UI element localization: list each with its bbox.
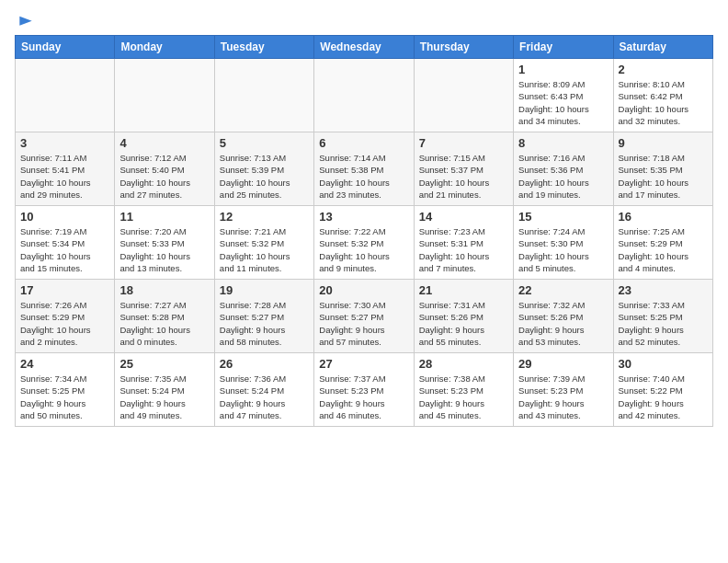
day-number: 27 [319, 357, 408, 371]
day-of-week-header: Thursday [414, 36, 513, 59]
day-sun-info: Sunrise: 8:09 AM Sunset: 6:43 PM Dayligh… [518, 78, 608, 127]
calendar-day-cell [314, 59, 414, 132]
day-sun-info: Sunrise: 7:25 AM Sunset: 5:29 PM Dayligh… [619, 225, 708, 274]
calendar-day-cell [214, 59, 313, 132]
calendar-day-cell: 16Sunrise: 7:25 AM Sunset: 5:29 PM Dayli… [613, 206, 712, 280]
day-sun-info: Sunrise: 7:26 AM Sunset: 5:29 PM Dayligh… [20, 299, 109, 348]
calendar-day-cell: 2Sunrise: 8:10 AM Sunset: 6:42 PM Daylig… [613, 59, 712, 132]
calendar-day-cell: 29Sunrise: 7:39 AM Sunset: 5:23 PM Dayli… [514, 353, 613, 427]
day-sun-info: Sunrise: 7:12 AM Sunset: 5:40 PM Dayligh… [119, 152, 209, 201]
calendar-day-cell: 4Sunrise: 7:12 AM Sunset: 5:40 PM Daylig… [115, 132, 214, 206]
day-sun-info: Sunrise: 8:10 AM Sunset: 6:42 PM Dayligh… [619, 78, 708, 127]
day-sun-info: Sunrise: 7:30 AM Sunset: 5:27 PM Dayligh… [319, 299, 408, 348]
calendar-day-cell: 12Sunrise: 7:21 AM Sunset: 5:32 PM Dayli… [214, 206, 313, 280]
day-sun-info: Sunrise: 7:14 AM Sunset: 5:38 PM Dayligh… [319, 152, 408, 201]
calendar-day-cell: 18Sunrise: 7:27 AM Sunset: 5:28 PM Dayli… [115, 280, 214, 353]
calendar-week-row: 17Sunrise: 7:26 AM Sunset: 5:29 PM Dayli… [16, 280, 713, 353]
calendar-day-cell: 22Sunrise: 7:32 AM Sunset: 5:26 PM Dayli… [514, 280, 613, 353]
calendar-day-cell: 15Sunrise: 7:24 AM Sunset: 5:30 PM Dayli… [514, 206, 613, 280]
calendar-day-cell: 9Sunrise: 7:18 AM Sunset: 5:35 PM Daylig… [613, 132, 712, 206]
day-sun-info: Sunrise: 7:33 AM Sunset: 5:25 PM Dayligh… [619, 299, 708, 348]
day-sun-info: Sunrise: 7:34 AM Sunset: 5:25 PM Dayligh… [20, 373, 109, 421]
day-sun-info: Sunrise: 7:31 AM Sunset: 5:26 PM Dayligh… [419, 299, 508, 348]
calendar-day-cell: 5Sunrise: 7:13 AM Sunset: 5:39 PM Daylig… [214, 132, 313, 206]
day-sun-info: Sunrise: 7:22 AM Sunset: 5:32 PM Dayligh… [319, 225, 408, 274]
calendar-day-cell: 11Sunrise: 7:20 AM Sunset: 5:33 PM Dayli… [115, 206, 214, 280]
day-number: 12 [220, 210, 309, 224]
calendar-day-cell [16, 59, 115, 132]
day-number: 24 [20, 357, 109, 371]
day-number: 7 [419, 136, 508, 150]
page-header [15, 15, 713, 28]
day-number: 3 [20, 136, 109, 150]
day-number: 1 [518, 63, 608, 76]
day-number: 21 [419, 283, 508, 297]
calendar-day-cell: 26Sunrise: 7:36 AM Sunset: 5:24 PM Dayli… [214, 353, 313, 427]
day-number: 15 [518, 210, 608, 224]
day-number: 26 [220, 357, 309, 371]
calendar-day-cell: 17Sunrise: 7:26 AM Sunset: 5:29 PM Dayli… [16, 280, 115, 353]
day-number: 30 [619, 357, 708, 371]
day-sun-info: Sunrise: 7:27 AM Sunset: 5:28 PM Dayligh… [119, 299, 209, 348]
day-sun-info: Sunrise: 7:16 AM Sunset: 5:36 PM Dayligh… [518, 152, 608, 201]
logo-flag-icon [17, 15, 35, 33]
calendar-header-row: SundayMondayTuesdayWednesdayThursdayFrid… [16, 36, 713, 59]
day-number: 6 [319, 136, 408, 150]
calendar-day-cell [414, 59, 513, 132]
day-of-week-header: Saturday [613, 36, 712, 59]
calendar-week-row: 10Sunrise: 7:19 AM Sunset: 5:34 PM Dayli… [16, 206, 713, 280]
calendar-day-cell: 13Sunrise: 7:22 AM Sunset: 5:32 PM Dayli… [314, 206, 414, 280]
calendar-day-cell: 8Sunrise: 7:16 AM Sunset: 5:36 PM Daylig… [514, 132, 613, 206]
day-of-week-header: Monday [115, 36, 214, 59]
day-number: 14 [419, 210, 508, 224]
calendar-week-row: 24Sunrise: 7:34 AM Sunset: 5:25 PM Dayli… [16, 353, 713, 427]
calendar-day-cell: 14Sunrise: 7:23 AM Sunset: 5:31 PM Dayli… [414, 206, 513, 280]
day-number: 19 [220, 283, 309, 297]
day-sun-info: Sunrise: 7:36 AM Sunset: 5:24 PM Dayligh… [220, 373, 309, 421]
day-sun-info: Sunrise: 7:21 AM Sunset: 5:32 PM Dayligh… [220, 225, 309, 274]
day-of-week-header: Friday [514, 36, 613, 59]
day-sun-info: Sunrise: 7:19 AM Sunset: 5:34 PM Dayligh… [20, 225, 109, 274]
day-number: 18 [119, 283, 209, 297]
calendar-day-cell: 25Sunrise: 7:35 AM Sunset: 5:24 PM Dayli… [115, 353, 214, 427]
day-sun-info: Sunrise: 7:35 AM Sunset: 5:24 PM Dayligh… [119, 373, 209, 421]
calendar-day-cell: 19Sunrise: 7:28 AM Sunset: 5:27 PM Dayli… [214, 280, 313, 353]
calendar-day-cell: 1Sunrise: 8:09 AM Sunset: 6:43 PM Daylig… [514, 59, 613, 132]
calendar-day-cell: 24Sunrise: 7:34 AM Sunset: 5:25 PM Dayli… [16, 353, 115, 427]
day-sun-info: Sunrise: 7:40 AM Sunset: 5:22 PM Dayligh… [619, 373, 708, 421]
day-sun-info: Sunrise: 7:18 AM Sunset: 5:35 PM Dayligh… [619, 152, 708, 201]
calendar-week-row: 1Sunrise: 8:09 AM Sunset: 6:43 PM Daylig… [16, 59, 713, 132]
day-sun-info: Sunrise: 7:23 AM Sunset: 5:31 PM Dayligh… [419, 225, 508, 274]
day-number: 11 [119, 210, 209, 224]
calendar-day-cell: 21Sunrise: 7:31 AM Sunset: 5:26 PM Dayli… [414, 280, 513, 353]
day-number: 29 [518, 357, 608, 371]
day-sun-info: Sunrise: 7:11 AM Sunset: 5:41 PM Dayligh… [20, 152, 109, 201]
calendar-day-cell: 27Sunrise: 7:37 AM Sunset: 5:23 PM Dayli… [314, 353, 414, 427]
day-number: 22 [518, 283, 608, 297]
day-sun-info: Sunrise: 7:13 AM Sunset: 5:39 PM Dayligh… [220, 152, 309, 201]
day-number: 9 [619, 136, 708, 150]
day-number: 20 [319, 283, 408, 297]
day-sun-info: Sunrise: 7:15 AM Sunset: 5:37 PM Dayligh… [419, 152, 508, 201]
day-sun-info: Sunrise: 7:28 AM Sunset: 5:27 PM Dayligh… [220, 299, 309, 348]
day-of-week-header: Tuesday [214, 36, 313, 59]
day-number: 17 [20, 283, 109, 297]
day-number: 5 [220, 136, 309, 150]
calendar-day-cell: 6Sunrise: 7:14 AM Sunset: 5:38 PM Daylig… [314, 132, 414, 206]
day-number: 8 [518, 136, 608, 150]
day-number: 16 [619, 210, 708, 224]
day-sun-info: Sunrise: 7:24 AM Sunset: 5:30 PM Dayligh… [518, 225, 608, 274]
calendar-table: SundayMondayTuesdayWednesdayThursdayFrid… [15, 35, 713, 427]
day-number: 4 [119, 136, 209, 150]
calendar-day-cell: 23Sunrise: 7:33 AM Sunset: 5:25 PM Dayli… [613, 280, 712, 353]
day-sun-info: Sunrise: 7:20 AM Sunset: 5:33 PM Dayligh… [119, 225, 209, 274]
day-sun-info: Sunrise: 7:32 AM Sunset: 5:26 PM Dayligh… [518, 299, 608, 348]
calendar-day-cell: 30Sunrise: 7:40 AM Sunset: 5:22 PM Dayli… [613, 353, 712, 427]
day-number: 25 [119, 357, 209, 371]
day-sun-info: Sunrise: 7:38 AM Sunset: 5:23 PM Dayligh… [419, 373, 508, 421]
day-sun-info: Sunrise: 7:39 AM Sunset: 5:23 PM Dayligh… [518, 373, 608, 421]
logo [15, 15, 35, 28]
day-of-week-header: Sunday [16, 36, 115, 59]
day-sun-info: Sunrise: 7:37 AM Sunset: 5:23 PM Dayligh… [319, 373, 408, 421]
calendar-day-cell: 28Sunrise: 7:38 AM Sunset: 5:23 PM Dayli… [414, 353, 513, 427]
